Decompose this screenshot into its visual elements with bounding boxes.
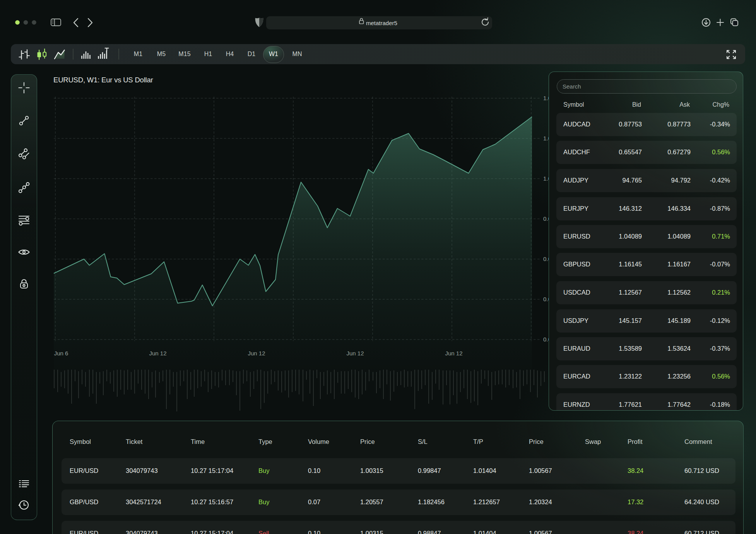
svg-text:Jun 12: Jun 12 <box>149 350 166 357</box>
svg-text:Jun 6: Jun 6 <box>54 350 68 357</box>
svg-text:Jun 12: Jun 12 <box>346 350 364 357</box>
svg-text:Jun 12: Jun 12 <box>248 350 265 357</box>
svg-text:Jun 12: Jun 12 <box>445 350 462 357</box>
